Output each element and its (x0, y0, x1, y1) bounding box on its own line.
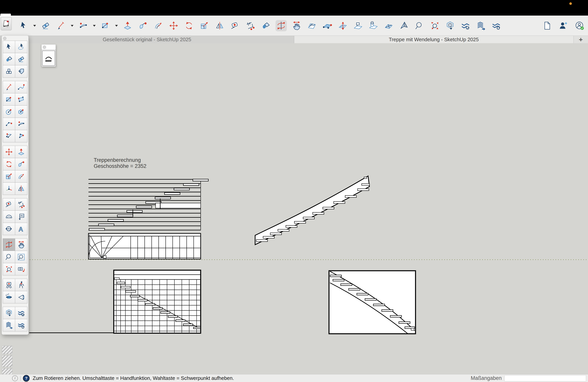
push-pull-tool[interactable] (122, 20, 133, 31)
pan-tool[interactable] (15, 239, 27, 251)
component-thumbnail-stringer[interactable] (2, 355, 12, 367)
position-camera-tool[interactable] (3, 279, 15, 291)
flip-tool[interactable] (214, 20, 225, 31)
model-download[interactable] (3, 307, 15, 319)
orbit-tool[interactable] (3, 239, 15, 251)
mini-panel-header[interactable] (42, 44, 56, 50)
pan-tool[interactable] (291, 20, 302, 31)
sandbox-from-contours[interactable] (306, 20, 317, 31)
circle-tool[interactable] (3, 106, 15, 118)
zoom-tool[interactable] (3, 251, 15, 263)
pie-tool[interactable] (15, 130, 27, 142)
section-plane-tool[interactable]: CA-5 (3, 223, 15, 235)
layer-settings[interactable] (491, 20, 502, 31)
look-around-tool[interactable] (3, 291, 15, 303)
scale-tool[interactable] (3, 170, 15, 182)
zoom-tool[interactable] (414, 20, 425, 31)
select-tool[interactable] (3, 41, 15, 53)
sync-layers[interactable] (15, 307, 27, 319)
dropdown-caret-icon[interactable] (33, 25, 36, 28)
help-question-icon[interactable]: ? (23, 375, 30, 382)
app-logo-icon[interactable] (1, 17, 12, 30)
drape-tool[interactable] (399, 20, 410, 31)
paint-bucket-tool[interactable] (3, 53, 15, 65)
lasso-tool[interactable] (15, 41, 27, 53)
stamp-tool[interactable] (352, 20, 364, 31)
arc-tool[interactable] (78, 20, 89, 31)
tape-measure-tool[interactable] (3, 198, 15, 211)
rectangle-tool[interactable] (100, 20, 111, 31)
3d-text-tool[interactable]: A (15, 223, 27, 235)
tab-gesellenstueck[interactable]: Gesellenstück original - SketchUp 2025 (0, 36, 294, 43)
line-tool[interactable] (55, 20, 67, 31)
svg-text:3: 3 (20, 202, 21, 204)
follow-me-tool[interactable] (15, 158, 27, 170)
orbit-tool[interactable] (275, 20, 287, 31)
notification-dot (569, 2, 572, 5)
follow-me-tool[interactable] (137, 20, 148, 31)
model-download[interactable] (444, 20, 456, 31)
sandbox-from-scratch[interactable] (322, 20, 333, 31)
flip-tool[interactable] (15, 183, 27, 195)
model-canvas[interactable]: Treppenberechnung Geschosshöhe = 2352 (0, 43, 588, 374)
zoom-extents-tool[interactable] (3, 263, 15, 275)
tab-treppe-mit-wendelung[interactable]: Treppe mit Wendelung - SketchUp 2025 (294, 36, 574, 43)
tape-measure-tool[interactable] (230, 20, 241, 31)
dropdown-caret-icon[interactable] (115, 25, 118, 28)
protractor-tool[interactable] (3, 211, 15, 223)
sync-layers[interactable] (460, 20, 471, 31)
dimension-tool[interactable]: 3 (245, 20, 256, 31)
close-icon[interactable] (43, 45, 46, 49)
flip-edge-tool[interactable] (383, 20, 394, 31)
palette-header[interactable] (2, 36, 28, 41)
export-layers[interactable] (3, 319, 15, 331)
zoom-extents-tool[interactable] (429, 20, 441, 31)
model-drawings (0, 43, 588, 374)
component-thumbnail-gear[interactable] (2, 346, 12, 354)
arc-3pt-tool[interactable] (15, 118, 27, 130)
line-tool[interactable] (3, 81, 15, 93)
dimension-tool[interactable]: 3 (15, 198, 27, 211)
rotate-tool[interactable] (3, 158, 15, 170)
text-tool[interactable]: A1 (15, 211, 27, 223)
add-collaborator[interactable] (558, 20, 569, 31)
dropdown-caret-icon[interactable] (71, 25, 74, 28)
paint-bucket-tool[interactable] (260, 20, 272, 31)
select-tool[interactable] (18, 20, 29, 31)
account-avatar[interactable] (574, 20, 585, 31)
close-icon[interactable] (3, 37, 6, 40)
add-detail-tool[interactable] (368, 20, 379, 31)
offset-tool[interactable] (153, 20, 164, 31)
axes-tool[interactable] (3, 183, 15, 195)
status-bar: i ? Zum Rotieren ziehen. Umschalttaste =… (0, 374, 588, 382)
rectangle-tool[interactable] (3, 93, 15, 106)
rotated-rectangle-tool[interactable] (15, 93, 27, 106)
freehand-tool[interactable] (15, 81, 27, 93)
field-of-view-tool[interactable] (15, 291, 27, 303)
walk-tool[interactable] (15, 279, 27, 291)
eraser-tool[interactable] (40, 20, 51, 31)
smoove-tool[interactable] (337, 20, 348, 31)
eraser-tool[interactable] (15, 53, 27, 65)
layer-settings[interactable] (15, 319, 27, 331)
export-layers[interactable] (475, 20, 486, 31)
scale-tool[interactable] (199, 20, 210, 31)
rotate-tool[interactable] (183, 20, 195, 31)
previous-view-tool[interactable] (15, 263, 27, 275)
info-icon[interactable]: i (12, 375, 18, 381)
zoom-window-tool[interactable] (15, 251, 27, 263)
polygon-tool[interactable] (15, 106, 27, 118)
new-document[interactable] (541, 20, 553, 31)
arc-profile-tool[interactable] (42, 51, 55, 66)
move-tool[interactable] (3, 146, 15, 158)
push-pull-tool[interactable] (15, 146, 27, 158)
arc-center-tool[interactable] (3, 130, 15, 142)
arc-2pt-tool[interactable] (3, 118, 15, 130)
components-tool[interactable] (3, 65, 15, 77)
dropdown-caret-icon[interactable] (93, 25, 96, 28)
measurements-input[interactable] (504, 375, 586, 382)
move-tool[interactable] (168, 20, 179, 31)
offset-tool[interactable] (15, 170, 27, 182)
new-tab-button[interactable]: + (573, 36, 588, 43)
tag-tool[interactable] (15, 65, 27, 77)
